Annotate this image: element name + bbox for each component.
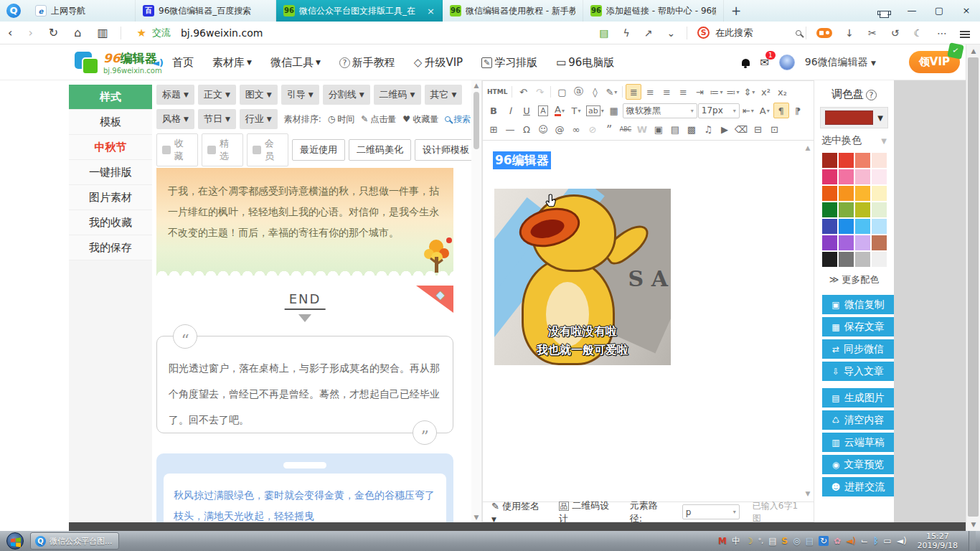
image-text-icon[interactable]: ▦ — [606, 103, 622, 118]
color-swatch[interactable] — [839, 235, 854, 250]
forward-icon[interactable]: › — [20, 26, 40, 39]
sidebar-item-image-material[interactable]: 图片素材 — [69, 185, 152, 210]
show-desktop-button[interactable] — [969, 531, 976, 551]
insert-table-icon[interactable]: ⊞ — [486, 121, 501, 137]
avatar[interactable] — [779, 55, 795, 70]
tray-keyboard-icon[interactable]: ▤ — [768, 536, 776, 546]
blockquote-icon[interactable]: ” — [601, 121, 617, 137]
filter-industry-button[interactable]: 行业▼ — [240, 109, 278, 129]
tray-moon-icon[interactable]: ☽ — [745, 536, 753, 546]
refresh-icon[interactable]: ↻ — [41, 26, 66, 39]
color-swatch[interactable] — [839, 186, 854, 201]
selected-heading-text[interactable]: 96编辑器 — [493, 151, 551, 169]
sidebar-item-my-saves[interactable]: 我的保存 — [69, 235, 152, 260]
color-swatch[interactable] — [855, 186, 870, 201]
insert-link-icon[interactable]: ∞ — [568, 121, 584, 137]
font-family-select[interactable]: 微软雅黑▾ — [623, 103, 697, 118]
nav-pc-version[interactable]: ▭96电脑版 — [556, 56, 614, 70]
help-question-icon[interactable]: ? — [866, 90, 877, 100]
download-icon[interactable]: ↓ — [838, 27, 861, 39]
tray-ime-zh-icon[interactable]: 中 — [732, 536, 740, 546]
category-imagetext-button[interactable]: 图文▼ — [240, 85, 278, 105]
paragraph-spacing-icon[interactable]: ≕▾ — [725, 84, 740, 100]
tray-bluetooth-icon[interactable]: ᛒ — [873, 536, 878, 546]
undo-icon[interactable]: ↶ — [515, 84, 531, 100]
color-swatch[interactable] — [822, 186, 837, 201]
tab-baidu-search[interactable]: 百 96微信编辑器_百度搜索 — [136, 0, 276, 22]
reading-mode-icon[interactable]: ▥ — [89, 26, 116, 39]
color-swatch[interactable] — [855, 252, 870, 267]
paragraph-ltr-icon[interactable]: ¶ — [773, 103, 789, 118]
category-body-button[interactable]: 正文▼ — [198, 85, 236, 105]
tray-degree-icon[interactable]: °, — [758, 536, 763, 546]
scroll-up-icon[interactable]: ▲ — [471, 82, 481, 89]
color-swatch[interactable] — [855, 219, 870, 234]
generate-image-button[interactable]: ▤生成图片 — [822, 388, 894, 408]
new-document-icon[interactable]: ▢ — [554, 84, 570, 100]
more-colors-link[interactable]: ≫ 更多配色 — [814, 267, 894, 292]
start-button[interactable] — [6, 532, 24, 550]
color-swatch[interactable] — [872, 202, 887, 217]
nav-home[interactable]: 首页 — [172, 56, 194, 70]
color-swatch[interactable] — [822, 153, 837, 168]
color-swatch[interactable] — [822, 219, 837, 234]
page-scrollbar[interactable]: ▲ ▼ — [966, 44, 980, 531]
color-swatch[interactable] — [839, 169, 854, 184]
history-undo-icon[interactable]: ↺ — [884, 27, 907, 39]
color-swatch[interactable] — [872, 169, 887, 184]
indent-icon[interactable]: ⇥ — [692, 84, 707, 100]
html-source-icon[interactable]: HTML — [486, 84, 509, 100]
tray-notes-icon[interactable]: ▤ — [806, 536, 814, 546]
scroll-down-icon[interactable]: ▼ — [471, 514, 481, 521]
editor-scroll-down-icon[interactable]: ▼ — [804, 490, 812, 497]
insert-image-icon[interactable]: ▣ — [651, 121, 666, 137]
redo-icon[interactable]: ↷ — [532, 84, 547, 100]
tab-tutorial[interactable]: 96 微信编辑器使用教程 - 新手教程 — [443, 0, 583, 22]
qr-image-icon[interactable]: ▩ — [684, 121, 699, 137]
join-group-button[interactable]: ☻进群交流 — [822, 477, 894, 496]
text-border-icon[interactable]: A — [535, 103, 551, 118]
color-swatch[interactable] — [855, 169, 870, 184]
scrollbar-thumb[interactable] — [473, 92, 479, 149]
sogou-search-icon[interactable]: S — [697, 27, 710, 39]
scroll-down-icon[interactable]: ▼ — [966, 521, 980, 528]
sort-by-time[interactable]: ◷时间 — [328, 113, 354, 126]
current-color-dropdown[interactable]: ▼ — [820, 107, 888, 128]
tray-network-icon[interactable]: ▭ — [883, 536, 891, 546]
sidebar-item-one-click-layout[interactable]: 一键排版 — [69, 160, 152, 185]
taskbar-window-button[interactable]: Q 微信公众平台图... — [30, 532, 119, 550]
insert-video-icon[interactable]: ▶ — [717, 121, 732, 137]
nav-wechat-tools[interactable]: 微信工具▼ — [270, 56, 321, 70]
scroll-up-icon[interactable]: ▲ — [966, 47, 980, 55]
category-divider-button[interactable]: 分割线▼ — [323, 85, 370, 105]
category-title-button[interactable]: 标题▼ — [156, 85, 194, 105]
wechat-copy-button[interactable]: ▣微信复制 — [822, 295, 894, 314]
select-all-icon[interactable]: ⓐ — [570, 84, 586, 100]
tray-magnifier-icon[interactable]: ◎ — [793, 536, 800, 546]
category-guide-button[interactable]: 引导▼ — [281, 85, 319, 105]
element-path-select[interactable]: p▾ — [682, 504, 740, 519]
material-card-end[interactable]: END ◆ — [156, 283, 453, 329]
align-right-icon[interactable]: ≡ — [659, 84, 674, 100]
color-swatch[interactable] — [822, 202, 837, 217]
format-brush-icon[interactable]: ✎▾ — [603, 84, 619, 100]
nav-upgrade-vip[interactable]: ◇升级VIP — [414, 56, 463, 70]
use-signature-button[interactable]: ✎ 使用签名 ▼ — [491, 500, 546, 524]
material-card-autumn[interactable]: 于我，在这个凋零都感受到诗意横溢的秋，只想做一件事，拈一片绯红的枫叶，轻轻地刻上… — [156, 168, 453, 276]
tray-m-icon[interactable]: M — [718, 536, 727, 546]
sidebar-item-mid-autumn[interactable]: 中秋节 — [69, 135, 152, 160]
color-swatch[interactable] — [872, 153, 887, 168]
sort-by-favorites[interactable]: ♥收藏量 — [402, 113, 438, 126]
material-card-quote[interactable]: “ 阳光透过窗户，落在桌椅上，与影子形成莫名的契合。再从那个角度望去，曾经已不再… — [156, 336, 453, 433]
tab-96-editor-active[interactable]: 96 微信公众平台图文排版工具_在 × — [276, 0, 443, 22]
font-size-t-icon[interactable]: T▾ — [568, 103, 584, 118]
nav-learn-layout[interactable]: ✎学习排版 — [481, 56, 537, 70]
font-size-select[interactable]: 17px▾ — [698, 103, 740, 118]
paragraph-rtl-icon[interactable]: ¶ — [790, 103, 806, 118]
color-swatch[interactable] — [839, 202, 854, 217]
more-dots-icon[interactable]: ⋯ — [930, 27, 954, 39]
notification-bell-icon[interactable] — [742, 59, 750, 66]
sync-wechat-button[interactable]: ⇄同步微信 — [822, 339, 894, 359]
subscript-icon[interactable]: x₂ — [774, 84, 790, 100]
bookmark-star-icon[interactable]: ★ — [126, 27, 152, 39]
